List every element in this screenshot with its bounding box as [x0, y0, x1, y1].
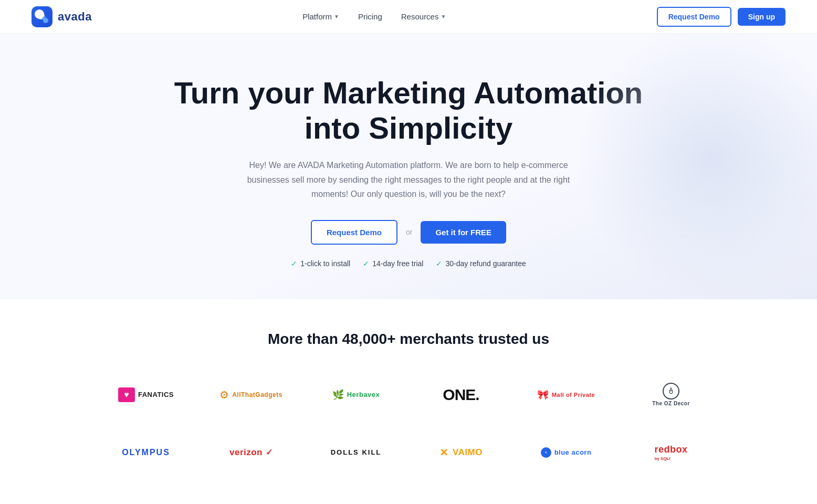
vaimo-x-icon: ✕	[439, 446, 448, 459]
brand-olympus: OLYMPUS	[93, 432, 198, 474]
hero-cta-or: or	[406, 228, 412, 236]
nav-request-demo-button[interactable]: Request Demo	[657, 7, 731, 27]
navbar-actions: Request Demo Sign up	[657, 7, 785, 27]
blueacorn-icon	[541, 447, 551, 458]
hero-badges: ✓ 1-click to install ✓ 14-day free trial…	[32, 259, 785, 268]
hero-get-free-button[interactable]: Get it for FREE	[421, 221, 506, 244]
fanatics-icon	[118, 387, 135, 402]
ozdecor-icon: 🕯	[663, 383, 679, 400]
trust-section: More than 48,000+ merchants trusted us F…	[0, 299, 817, 504]
redbox-sub-label: by SQLI	[654, 456, 670, 461]
logo-svg: a	[36, 10, 48, 23]
logo-icon: a	[32, 6, 53, 27]
hero-subtitle: Hey! We are AVADA Marketing Automation p…	[230, 158, 587, 201]
brand-ozdecor: 🕯 The OZ Decor	[619, 374, 724, 416]
check-refund-icon: ✓	[436, 259, 442, 268]
brand-fanatics: FANATICS	[93, 374, 198, 416]
badge-refund: ✓ 30-day refund guarantee	[436, 259, 526, 268]
svg-text:a: a	[39, 14, 43, 19]
gadgets-icon: ⚙	[219, 388, 229, 401]
svg-point-1	[42, 16, 46, 20]
hero-section: Turn your Marketing Automation into Simp…	[0, 34, 817, 299]
svg-point-0	[37, 12, 45, 19]
brand-verizon: verizon ✓	[198, 432, 303, 474]
check-trial-icon: ✓	[363, 259, 369, 268]
navbar: a avada Platform ▼ Pricing Resources ▼ R…	[0, 0, 817, 34]
nav-menu: Platform ▼ Pricing Resources ▼	[302, 12, 446, 21]
brand-redbox: redbox by SQLI	[619, 432, 724, 474]
nav-pricing[interactable]: Pricing	[358, 12, 382, 21]
nav-resources[interactable]: Resources ▼	[401, 12, 446, 21]
brand-mallofprivate: 🎀 Mall of Private	[514, 374, 619, 416]
trust-title: More than 48,000+ merchants trusted us	[32, 331, 785, 348]
mallprivate-icon: 🎀	[537, 389, 549, 401]
verizon-check-icon: ✓	[266, 447, 273, 457]
badge-install: ✓ 1-click to install	[291, 259, 350, 268]
nav-platform[interactable]: Platform ▼	[302, 12, 339, 21]
hero-heading: Turn your Marketing Automation into Simp…	[172, 76, 645, 145]
brand-blueacorn: blue acorn	[514, 432, 619, 474]
brand-herbavex: 🌿 Herbavex	[303, 374, 409, 416]
herbavex-icon: 🌿	[332, 389, 344, 401]
badge-trial: ✓ 14-day free trial	[363, 259, 423, 268]
check-install-icon: ✓	[291, 259, 297, 268]
brand-vaimo: ✕ VAIMO	[409, 432, 514, 474]
logo-text: avada	[58, 10, 92, 24]
hero-cta-group: Request Demo or Get it for FREE	[32, 220, 785, 245]
brand-logo-row-1: FANATICS ⚙ AllThatGadgets 🌿 Herbavex ONE…	[32, 374, 785, 416]
resources-chevron-icon: ▼	[441, 14, 446, 19]
hero-bg-decoration	[575, 34, 817, 296]
platform-chevron-icon: ▼	[334, 14, 339, 19]
brand-allthatgadgets: ⚙ AllThatGadgets	[198, 374, 303, 416]
nav-signup-button[interactable]: Sign up	[738, 8, 785, 26]
hero-request-demo-button[interactable]: Request Demo	[311, 220, 397, 245]
brand-one: ONE.	[409, 374, 514, 416]
logo[interactable]: a avada	[32, 6, 92, 27]
brand-dollskill: DOLLS KILL	[303, 432, 409, 474]
brand-logo-row-2: OLYMPUS verizon ✓ DOLLS KILL ✕ VAIMO blu…	[32, 432, 785, 474]
